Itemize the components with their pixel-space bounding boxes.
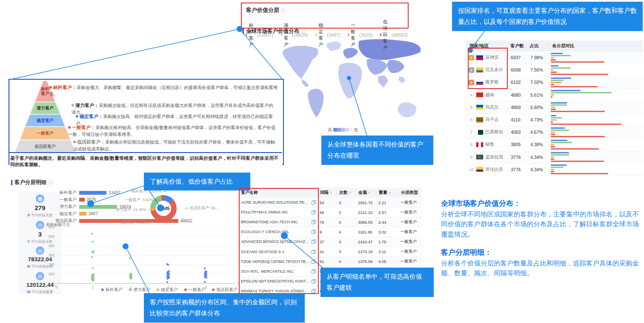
stat-f: ◷3F 平均采购天数: [19, 221, 61, 245]
customer-name[interactable]: ADVANCED BİONİCS İŞİTME CİHAZLARI TİCARE…: [241, 239, 310, 244]
country-name[interactable]: 孟加拉国: [485, 154, 503, 160]
copy-icon[interactable]: [312, 250, 315, 254]
copy-icon[interactable]: [312, 210, 315, 214]
legend-item[interactable]: 一般客户(2625): [348, 22, 373, 48]
scatter-point[interactable]: [204, 281, 206, 283]
country-customer-count: 4880: [507, 92, 526, 98]
country-percentage: 4.34%: [526, 167, 548, 172]
legend-label: 稳定客户: [318, 22, 325, 48]
country-column-header[interactable]: 各分层对比: [548, 43, 643, 49]
legend-label: 潜力客户: [283, 22, 290, 48]
copy-icon[interactable]: [312, 269, 315, 274]
mini-bar: [551, 92, 612, 93]
scatter-legend-item[interactable]: 稳定客户: [157, 287, 178, 293]
country-flag-icon: [476, 167, 484, 172]
country-name[interactable]: 秘鲁: [485, 141, 494, 147]
scatter-legend-item[interactable]: 潜力客户: [129, 287, 150, 293]
copy-icon[interactable]: [312, 200, 315, 205]
customer-name[interactable]: OCH INTL. MERCANTILE INC.: [241, 269, 310, 274]
scatter-point[interactable]: [166, 281, 169, 283]
copy-icon[interactable]: [312, 220, 315, 224]
legend-item[interactable]: 低活跃客户(48662): [380, 19, 408, 51]
scatter-point[interactable]: [92, 280, 94, 282]
bar[interactable]: [79, 198, 85, 202]
donut-slice-label: 低活跃客户: 56...: [185, 205, 219, 211]
country-name[interactable]: 俄罗斯: [485, 79, 499, 85]
customer-name[interactable]: BROWNSTONE ASIA-TECH INC.: [241, 220, 310, 224]
info-icon[interactable]: ⓘ: [49, 180, 53, 186]
mini-bar: [551, 102, 567, 104]
scatter-point[interactable]: [91, 256, 93, 258]
customer-name[interactable]: MİNİMAX TURKEY YANGIN SÖNDÜRME SANAYİ VE…: [241, 289, 310, 293]
info-icon[interactable]: ⓘ: [281, 8, 285, 13]
legend-item[interactable]: 潜力客户(18624): [281, 22, 308, 48]
customer-name[interactable]: EPSİLON NDT ENDÜSTRİYEL KONTROL SİSTEMLE…: [241, 279, 310, 283]
customer-times: 3: [336, 210, 355, 215]
scatter-point[interactable]: [92, 241, 94, 243]
customer-name[interactable]: ТЗОВ АКРОБУД СЕРВІС ПРОСП ПЕРЕМОГИ 91: [241, 260, 310, 264]
scatter-point[interactable]: [92, 252, 94, 254]
mini-bar: [551, 127, 565, 129]
scatter-point[interactable]: [92, 268, 94, 270]
scatter-legend-item[interactable]: 一般客户: [184, 287, 206, 293]
scatter-point[interactable]: [129, 257, 131, 259]
scatter-point[interactable]: [167, 264, 169, 266]
panel-title-text: 客户价值分层: [246, 7, 279, 13]
country-customer-count: 4110: [507, 117, 526, 122]
tier-mini-bars: [548, 77, 643, 88]
country-column-header[interactable]: 国家/地区: [466, 43, 507, 49]
panel-title: 客户价值分层 ⓘ: [246, 6, 285, 14]
customer-column-header[interactable]: 金额▲▼: [355, 190, 376, 196]
copy-icon[interactable]: [312, 260, 315, 264]
customer-column-header[interactable]: 间隔▲▼: [317, 190, 336, 196]
country-name[interactable]: 哥伦比亚: [485, 167, 503, 173]
bar[interactable]: [79, 205, 117, 209]
country-column-header[interactable]: 占比: [526, 43, 548, 49]
customer-column-header[interactable]: 次数▲▼: [336, 190, 355, 196]
country-flag-icon: [476, 80, 484, 85]
mini-bar: [551, 104, 567, 106]
customer-name[interactable]: POULTRYMAX OMNIS INC: [241, 210, 310, 214]
country-column-header[interactable]: 客户数: [507, 43, 526, 49]
mini-bar: [551, 55, 571, 56]
scatter-point[interactable]: [166, 278, 169, 280]
scatter-point[interactable]: [130, 278, 132, 280]
copy-icon[interactable]: [312, 279, 315, 283]
scatter-point[interactable]: [91, 233, 93, 235]
scale-swatch: [345, 128, 349, 132]
customer-name[interactable]: ECOLOGIA Y CIENCIA SRL: [241, 230, 310, 234]
sort-icon[interactable]: ▲▼: [389, 191, 391, 194]
copy-icon[interactable]: [312, 289, 315, 293]
country-name[interactable]: 乌干达: [485, 117, 499, 123]
customer-column-header[interactable]: 重量▲▼: [376, 190, 398, 196]
copy-icon[interactable]: [312, 230, 315, 234]
customer-name[interactable]: ACRE SURVEYING SOLUTIONS PERU S A C AC: [241, 200, 310, 205]
map-central-asia: [367, 59, 387, 75]
sort-icon[interactable]: ▲▼: [349, 191, 351, 194]
scatter-legend-item[interactable]: 低活跃客户: [212, 287, 238, 293]
country-row: 1菲律宾69377.98%: [466, 52, 643, 64]
customer-interval: 54: [317, 200, 336, 205]
stat-value: 120122.44: [19, 282, 61, 288]
bar[interactable]: [79, 191, 106, 195]
legend-item[interactable]: 标杆客户(13437): [246, 22, 273, 48]
legend-item[interactable]: 稳定客户(3497): [316, 22, 341, 48]
bar[interactable]: [79, 212, 86, 216]
country-flag-icon: [476, 92, 484, 98]
country-name[interactable]: 厄瓜多尔: [485, 67, 503, 73]
scatter-legend-item[interactable]: 标杆客户: [101, 287, 123, 293]
customer-weight: 2.44: [376, 220, 398, 225]
rank-number: 6: [469, 118, 474, 122]
customer-name[interactable]: OCEANO SEAFOOD S A: [241, 250, 310, 254]
scatter-point[interactable]: [206, 277, 208, 279]
sort-icon[interactable]: ▲▼: [368, 191, 370, 194]
legend-label: 标杆客户: [249, 22, 255, 48]
scatter-point[interactable]: [204, 268, 206, 270]
country-name[interactable]: 越南: [485, 92, 494, 98]
country-name[interactable]: 巴基斯坦: [485, 129, 503, 135]
sort-icon[interactable]: ▲▼: [330, 191, 332, 194]
country-name[interactable]: 菲律宾: [485, 55, 499, 61]
country-name[interactable]: 乌克兰: [485, 104, 499, 110]
bar-row: 标杆客户13437: [49, 190, 192, 195]
copy-icon[interactable]: [312, 239, 315, 244]
